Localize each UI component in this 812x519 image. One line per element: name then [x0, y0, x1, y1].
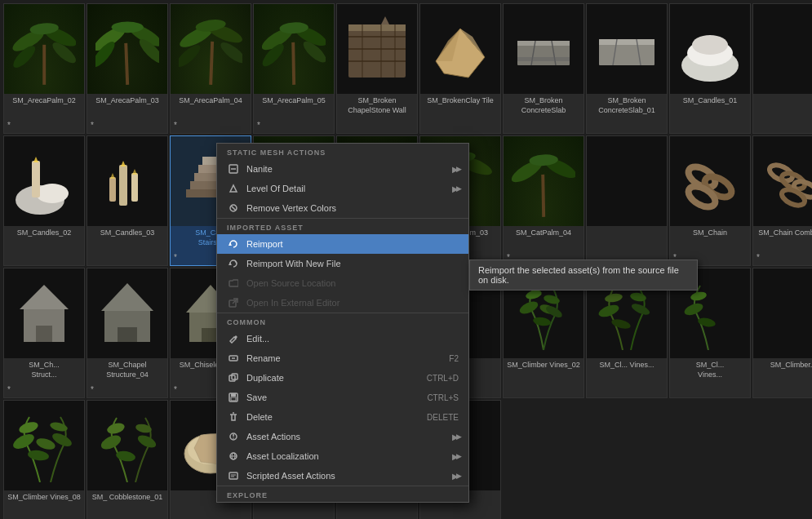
svg-rect-42 — [599, 39, 654, 45]
section-header-static-mesh-actions: STATIC MESH ACTIONS — [217, 144, 468, 159]
asset-cell-sm-arecapalm-03[interactable]: SM_ArecaPalm_03 * — [87, 3, 168, 134]
asset-cell-sm-chain[interactable]: SM_Chain * — [669, 135, 751, 266]
duplicate-icon — [227, 371, 240, 384]
actions-icon — [227, 430, 240, 443]
menu-item-label: Scripted Asset Actions — [246, 471, 452, 481]
asset-cell-sm-catpalm-04[interactable]: SM_CatPalm_04 * — [503, 135, 584, 266]
reimport-tooltip: Reimport the selected asset(s) from the … — [469, 260, 698, 291]
submenu-arrow: ▶ — [452, 432, 459, 441]
asset-cell-sm-broken-chapelstone-wall[interactable]: SM_Broken ChapelStone Wall — [336, 3, 418, 134]
asset-cell-empty-1[interactable] — [752, 3, 812, 134]
menu-item-scripted-asset-actions[interactable]: Scripted Asset Actions ▶ — [217, 466, 468, 486]
nanite-icon — [227, 162, 240, 175]
asset-cell-empty-2[interactable] — [586, 135, 668, 266]
menu-item-edit[interactable]: Edit... — [217, 329, 468, 348]
star-badge: * — [257, 121, 260, 130]
svg-marker-57 — [110, 173, 115, 179]
menu-item-open-external-editor: Open In External Editor — [217, 293, 468, 313]
edit-icon — [227, 332, 240, 345]
context-menu: STATIC MESH ACTIONS Nanite ▶ Level Of De… — [216, 143, 469, 503]
svg-line-137 — [233, 299, 237, 304]
svg-point-100 — [518, 299, 540, 316]
svg-point-113 — [697, 317, 717, 328]
asset-thumbnail — [87, 268, 167, 358]
menu-item-save[interactable]: Save CTRL+S — [217, 388, 468, 407]
svg-point-122 — [115, 450, 136, 463]
asset-label: SM_ArecaPalm_05 — [260, 94, 327, 109]
asset-label: SM_Broken ConcreteSlab — [504, 94, 583, 118]
svg-rect-25 — [348, 24, 406, 31]
asset-thumbnail — [587, 4, 667, 94]
asset-thumbnail — [670, 4, 750, 94]
menu-item-reimport[interactable]: Reimport — [217, 234, 468, 254]
asset-thumbnail — [753, 136, 812, 226]
svg-line-135 — [235, 260, 237, 264]
asset-cell-sm-climber-vines-08[interactable]: SM_ Cobblestone_01 — [87, 400, 168, 519]
menu-item-rename[interactable]: Rename F2 — [217, 348, 468, 368]
asset-cell-sm-arecapalm-04[interactable]: SM_ArecaPalm_04 * — [170, 3, 251, 134]
asset-thumbnail — [504, 136, 583, 226]
asset-label: SM_ Cobblestone_01 — [91, 490, 165, 505]
asset-label: SM_Ch...Struct... — [27, 358, 61, 382]
asset-thumbnail — [4, 401, 84, 490]
asset-cell-sm-candles-03[interactable]: SM_Candles_03 — [87, 135, 168, 266]
menu-item-reimport-new-file[interactable]: Reimport With New File — [217, 254, 468, 273]
svg-rect-37 — [517, 41, 570, 46]
svg-marker-90 — [101, 283, 153, 311]
menu-item-level-of-detail[interactable]: Level Of Detail ▶ — [217, 179, 468, 198]
asset-cell-sm-brokenclay-tile[interactable]: SM_BrokenClay Tile — [419, 3, 501, 134]
menu-item-label: Open Source Location — [246, 278, 459, 288]
menu-item-label: Delete — [246, 412, 420, 422]
menu-item-asset-localization[interactable]: Asset Localization ▶ — [217, 446, 468, 466]
menu-item-asset-actions[interactable]: Asset Actions ▶ — [217, 427, 468, 446]
asset-cell-sm-ch-struct[interactable]: SM_Ch...Struct... * — [3, 268, 85, 398]
shortcut-label: CTRL+S — [427, 393, 459, 402]
asset-cell-sm-climber-hidden2[interactable]: SM_Climber... — [752, 268, 812, 398]
svg-point-148 — [233, 437, 234, 439]
reimport-icon — [227, 237, 240, 251]
svg-rect-144 — [231, 397, 236, 401]
star-badge: * — [174, 385, 177, 394]
reimport2-icon — [227, 257, 240, 270]
asset-cell-sm-arecapalm-05[interactable]: SM_ArecaPalm_05 * — [253, 3, 335, 134]
star-badge: * — [757, 253, 760, 262]
menu-item-label: Remove Vertex Colors — [246, 203, 459, 213]
asset-cell-sm-chain-combined[interactable]: SM_Chain Combined * — [752, 135, 812, 266]
star-badge: * — [7, 385, 11, 394]
star-badge: * — [174, 121, 177, 130]
menu-item-delete[interactable]: Delete DELETE — [217, 407, 468, 427]
asset-label: SM_ArecaPalm_03 — [94, 94, 161, 109]
menu-item-remove-vertex-colors[interactable]: Remove Vertex Colors — [217, 198, 468, 218]
asset-thumbnail — [171, 4, 251, 94]
menu-item-duplicate[interactable]: Duplicate CTRL+D — [217, 368, 468, 388]
menu-item-label: Reimport With New File — [246, 259, 459, 268]
menu-item-nanite[interactable]: Nanite ▶ — [217, 159, 468, 179]
svg-point-115 — [18, 420, 40, 436]
svg-line-18 — [293, 42, 294, 85]
asset-label: SM_Candles_03 — [99, 226, 157, 241]
submenu-arrow: ▶ — [452, 472, 459, 481]
asset-cell-sm-chapel-structure-03[interactable]: SM_Chapel Structure_04 * — [87, 268, 168, 398]
svg-rect-143 — [231, 393, 236, 397]
asset-thumbnail — [337, 4, 417, 94]
asset-cell-sm-candles-01[interactable]: SM_Candles_01 — [669, 3, 751, 134]
svg-line-6 — [126, 43, 127, 85]
svg-point-112 — [690, 291, 708, 302]
asset-label: SM_Chain Combined — [757, 226, 812, 241]
asset-cell-sm-broken-concreteslab[interactable]: SM_Broken ConcreteSlab — [503, 3, 584, 134]
asset-label: SM_Cl...Vines... — [694, 358, 726, 382]
asset-label: SM_BrokenClay Tile — [425, 94, 495, 109]
asset-cell-sm-broken-concreteslab-01[interactable]: SM_Broken ConcreteSlab_01 — [586, 3, 668, 134]
svg-rect-24 — [348, 24, 406, 78]
asset-cell-sm-climber-vines-07[interactable]: SM_Climber Vines_08 — [3, 400, 85, 519]
asset-thumbnail — [504, 4, 583, 94]
svg-point-47 — [692, 35, 728, 55]
shortcut-label: CTRL+D — [427, 374, 459, 383]
asset-cell-sm-candles-02[interactable]: SM_Candles_02 — [3, 135, 85, 266]
rename-icon — [227, 352, 240, 365]
asset-cell-sm-arecapalm-02[interactable]: SM_ArecaPalm_02 * — [3, 3, 85, 134]
menu-item-label: Asset Actions — [246, 432, 452, 441]
star-badge: * — [91, 121, 94, 130]
asset-label — [792, 94, 795, 99]
section-header-imported-asset: IMPORTED ASSET — [217, 218, 468, 234]
